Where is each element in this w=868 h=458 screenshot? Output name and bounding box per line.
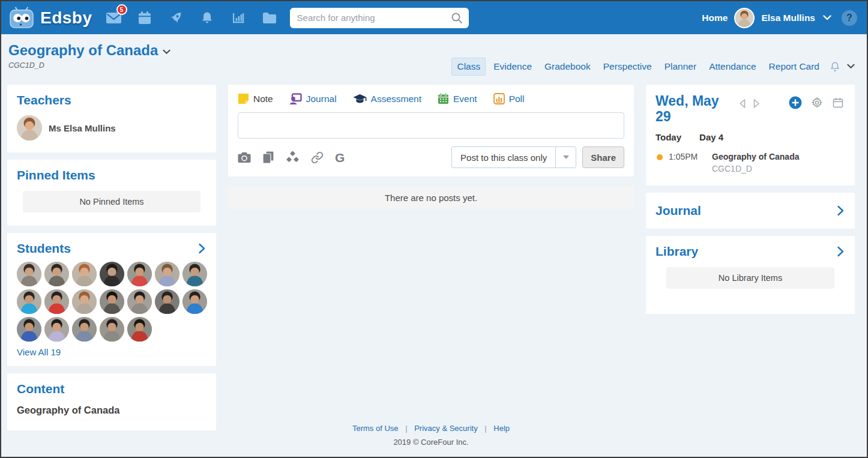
- user-name[interactable]: Elsa Mullins: [761, 13, 815, 23]
- tab-evidence[interactable]: Evidence: [489, 58, 537, 75]
- journal-card[interactable]: Journal: [646, 193, 855, 229]
- student-avatar[interactable]: [44, 262, 69, 286]
- day-label: Day 4: [699, 132, 723, 142]
- copy-files-icon[interactable]: [262, 151, 274, 164]
- share-button[interactable]: Share: [582, 146, 624, 168]
- composer-tab-assessment[interactable]: Assessment: [353, 94, 421, 104]
- library-empty: No Library Items: [666, 267, 834, 289]
- library-card: Library No Library Items: [646, 236, 855, 314]
- student-avatar[interactable]: [17, 289, 41, 314]
- post-input[interactable]: [238, 112, 624, 139]
- analytics-chart-icon[interactable]: [231, 10, 247, 26]
- schedule-entry[interactable]: 1:05PM Geography of Canada CGC1D_D: [656, 149, 845, 177]
- teachers-title: Teachers: [17, 93, 206, 107]
- title-chevron-down-icon: [163, 49, 170, 55]
- student-avatar[interactable]: [100, 289, 124, 314]
- rocket-icon[interactable]: [168, 10, 184, 26]
- student-avatar[interactable]: [182, 262, 207, 286]
- topbar-right: Home Elsa Mullins ?: [702, 8, 857, 28]
- post-target-dropdown[interactable]: Post to this class only: [451, 146, 576, 168]
- edsby-logo[interactable]: Edsby: [8, 7, 92, 29]
- schedule-date: Wed, May 29: [656, 93, 729, 125]
- tabs-more-chevron-icon[interactable]: [847, 64, 855, 69]
- class-title-dropdown[interactable]: Geography of Canada: [8, 42, 170, 59]
- tab-report-card[interactable]: Report Card: [764, 58, 824, 75]
- view-all-students-link[interactable]: View All 19: [17, 347, 61, 357]
- footer-link[interactable]: Terms of Use: [352, 424, 399, 433]
- tab-gradebook[interactable]: Gradebook: [540, 58, 595, 75]
- class-status-dot: [657, 154, 663, 160]
- tab-perspective[interactable]: Perspective: [598, 58, 657, 75]
- topbar-nav: 5: [106, 10, 278, 26]
- edsby-mascot-icon: [8, 7, 35, 29]
- home-link[interactable]: Home: [702, 13, 728, 23]
- class-tabs: Class Evidence Gradebook Perspective Pla…: [451, 48, 855, 85]
- search-input[interactable]: [297, 13, 451, 23]
- search-icon[interactable]: [451, 12, 463, 24]
- student-avatar[interactable]: [17, 317, 41, 342]
- student-avatar[interactable]: [127, 317, 152, 342]
- student-avatar[interactable]: [127, 289, 152, 314]
- student-avatar[interactable]: [100, 317, 124, 342]
- library-chevron-right-icon[interactable]: [836, 245, 845, 258]
- tab-class[interactable]: Class: [451, 58, 486, 76]
- tab-planner[interactable]: Planner: [660, 58, 701, 75]
- page-title: Geography of Canada: [8, 42, 158, 59]
- note-icon: [238, 93, 249, 104]
- pinned-items-card: Pinned Items No Pinned Items: [7, 160, 216, 226]
- composer-tabs: Note Journal: [238, 93, 624, 104]
- link-icon[interactable]: [311, 151, 324, 164]
- folder-icon[interactable]: [262, 10, 278, 26]
- composer-tab-label: Event: [453, 94, 477, 104]
- empty-feed-message: There are no posts yet.: [228, 186, 634, 209]
- prev-day-icon[interactable]: [737, 97, 747, 110]
- student-avatar[interactable]: [17, 262, 41, 286]
- notifications-bell-icon[interactable]: [199, 10, 215, 26]
- journal-chevron-right-icon[interactable]: [836, 204, 845, 217]
- help-icon[interactable]: ?: [842, 10, 857, 26]
- student-avatar[interactable]: [155, 262, 179, 286]
- composer-tab-note[interactable]: Note: [238, 93, 273, 104]
- user-menu-chevron-icon[interactable]: [822, 14, 833, 22]
- next-day-icon[interactable]: [752, 97, 762, 110]
- add-event-plus-icon[interactable]: [788, 95, 803, 110]
- footer-link[interactable]: Help: [493, 424, 510, 433]
- calendar-icon[interactable]: [137, 10, 153, 26]
- student-avatar[interactable]: [182, 289, 207, 314]
- main-content: Teachers Ms Elsa Mullins Pinned Items No…: [1, 85, 867, 456]
- footer-link[interactable]: Privacy & Security: [414, 424, 477, 433]
- student-avatar[interactable]: [44, 317, 69, 342]
- student-avatar[interactable]: [72, 289, 97, 314]
- composer-tab-journal[interactable]: Journal: [289, 93, 337, 104]
- messages-badge: 5: [116, 4, 127, 15]
- student-avatar[interactable]: [127, 262, 152, 286]
- blocks-icon[interactable]: [286, 151, 300, 164]
- messages-icon[interactable]: 5: [106, 10, 122, 26]
- teacher-item[interactable]: Ms Elsa Mullins: [17, 115, 206, 140]
- schedule-settings-gear-icon[interactable]: [810, 95, 824, 110]
- search-box: [290, 8, 469, 28]
- schedule-calendar-icon[interactable]: [831, 95, 845, 110]
- camera-icon[interactable]: [238, 152, 251, 163]
- content-title: Content: [17, 382, 206, 396]
- student-avatar[interactable]: [155, 289, 179, 314]
- student-avatar[interactable]: [72, 262, 97, 286]
- class-notifications-bell-icon[interactable]: [830, 61, 840, 73]
- topbar: Edsby 5: [1, 1, 867, 34]
- schedule-class-code: CGC1D_D: [712, 164, 799, 173]
- students-chevron-right-icon[interactable]: [197, 242, 206, 255]
- user-avatar[interactable]: [734, 8, 755, 28]
- google-drive-icon[interactable]: G: [335, 151, 345, 164]
- student-avatar[interactable]: [44, 289, 69, 314]
- tab-attendance[interactable]: Attendance: [704, 58, 761, 75]
- student-avatar[interactable]: [72, 317, 97, 342]
- class-title-block: Geography of Canada CGC1D_D: [8, 42, 170, 85]
- composer-card: Note Journal: [228, 85, 634, 176]
- footer-separator: |: [484, 424, 486, 433]
- composer-tab-event[interactable]: Event: [438, 93, 477, 104]
- composer-tab-poll[interactable]: Poll: [493, 93, 525, 104]
- student-avatar[interactable]: [100, 262, 124, 286]
- schedule-card: Wed, May 29: [646, 85, 855, 185]
- content-item[interactable]: Geography of Canada: [17, 405, 206, 416]
- pinned-items-title: Pinned Items: [17, 168, 206, 182]
